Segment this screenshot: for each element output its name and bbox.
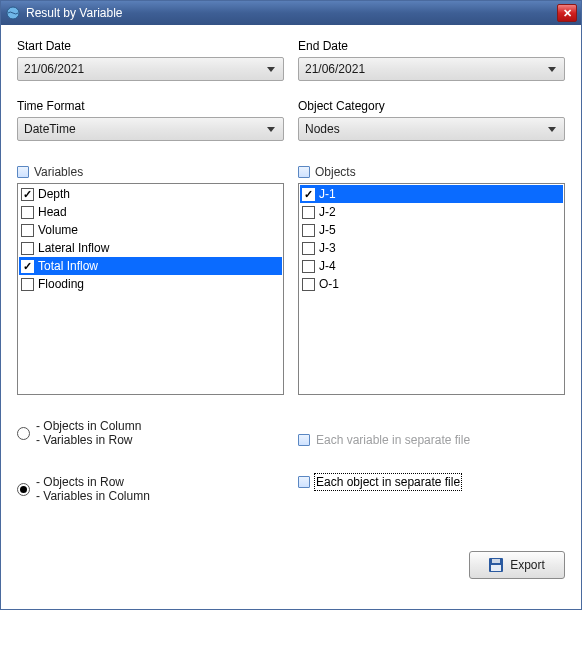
radio-icon[interactable]	[17, 483, 30, 496]
variable-item-label: Head	[38, 205, 67, 219]
radio-label: - Objects in Column- Variables in Row	[36, 419, 141, 447]
variable-item[interactable]: Total Inflow	[19, 257, 282, 275]
variable-item[interactable]: Depth	[19, 185, 282, 203]
export-button[interactable]: Export	[469, 551, 565, 579]
object-category-label: Object Category	[298, 99, 565, 113]
object-item-label: J-1	[319, 187, 336, 201]
object-item[interactable]: J-4	[300, 257, 563, 275]
start-date-combo[interactable]: 21/06/2021	[17, 57, 284, 81]
per-file-options: Each variable in separate file Each obje…	[298, 419, 565, 503]
save-icon	[489, 558, 503, 572]
radio-label: - Objects in Row- Variables in Column	[36, 475, 150, 503]
variable-item-label: Lateral Inflow	[38, 241, 109, 255]
checkbox-icon[interactable]	[302, 278, 315, 291]
titlebar: Result by Variable ✕	[1, 1, 581, 25]
object-category-combo[interactable]: Nodes	[298, 117, 565, 141]
objects-header: Objects	[298, 165, 565, 179]
checkbox-icon[interactable]	[302, 224, 315, 237]
start-date-value: 21/06/2021	[24, 62, 84, 76]
checkbox-icon[interactable]	[21, 278, 34, 291]
object-item-label: J-2	[319, 205, 336, 219]
objects-header-text: Objects	[315, 165, 356, 179]
each-variable-label: Each variable in separate file	[316, 433, 470, 447]
checkbox-icon[interactable]	[302, 242, 315, 255]
checkbox-icon[interactable]	[298, 476, 310, 488]
end-date-value: 21/06/2021	[305, 62, 365, 76]
checkbox-icon[interactable]	[21, 188, 34, 201]
object-item[interactable]: O-1	[300, 275, 563, 293]
start-date-label: Start Date	[17, 39, 284, 53]
object-item[interactable]: J-1	[300, 185, 563, 203]
variable-item-label: Total Inflow	[38, 259, 98, 273]
checkbox-icon[interactable]	[21, 242, 34, 255]
each-object-label: Each object in separate file	[316, 475, 460, 489]
app-icon	[5, 5, 21, 21]
object-item[interactable]: J-2	[300, 203, 563, 221]
checkbox-icon[interactable]	[302, 188, 315, 201]
checkbox-icon[interactable]	[302, 260, 315, 273]
checkbox-icon[interactable]	[302, 206, 315, 219]
variable-item[interactable]: Lateral Inflow	[19, 239, 282, 257]
dialog-window: Result by Variable ✕ Start Date 21/06/20…	[0, 0, 582, 610]
time-format-label: Time Format	[17, 99, 284, 113]
radio-objects-in-column[interactable]: - Objects in Column- Variables in Row	[17, 419, 284, 447]
time-format-combo[interactable]: DateTime	[17, 117, 284, 141]
each-variable-sep-file: Each variable in separate file	[298, 433, 565, 447]
radio-icon[interactable]	[17, 427, 30, 440]
variable-item-label: Flooding	[38, 277, 84, 291]
object-item[interactable]: J-5	[300, 221, 563, 239]
checkbox-icon[interactable]	[21, 206, 34, 219]
object-item-label: J-5	[319, 223, 336, 237]
end-date-label: End Date	[298, 39, 565, 53]
object-item[interactable]: J-3	[300, 239, 563, 257]
objects-listbox[interactable]: J-1J-2J-5J-3J-4O-1	[298, 183, 565, 395]
variable-item-label: Depth	[38, 187, 70, 201]
radio-objects-in-row[interactable]: - Objects in Row- Variables in Column	[17, 475, 284, 503]
variables-listbox[interactable]: DepthHeadVolumeLateral InflowTotal Inflo…	[17, 183, 284, 395]
variable-item[interactable]: Flooding	[19, 275, 282, 293]
close-button[interactable]: ✕	[557, 4, 577, 22]
checkbox-icon	[298, 434, 310, 446]
variable-item[interactable]: Head	[19, 203, 282, 221]
variables-header-text: Variables	[34, 165, 83, 179]
checkbox-icon[interactable]	[21, 224, 34, 237]
dialog-content: Start Date 21/06/2021 End Date 21/06/202…	[1, 25, 581, 609]
each-object-sep-file[interactable]: Each object in separate file	[298, 475, 565, 489]
checkbox-icon[interactable]	[21, 260, 34, 273]
layout-radio-group: - Objects in Column- Variables in Row - …	[17, 419, 284, 503]
export-button-label: Export	[510, 558, 545, 572]
box-icon	[17, 166, 29, 178]
window-title: Result by Variable	[26, 6, 557, 20]
variable-item-label: Volume	[38, 223, 78, 237]
end-date-combo[interactable]: 21/06/2021	[298, 57, 565, 81]
object-item-label: J-3	[319, 241, 336, 255]
box-icon	[298, 166, 310, 178]
object-item-label: J-4	[319, 259, 336, 273]
time-format-value: DateTime	[24, 122, 76, 136]
variable-item[interactable]: Volume	[19, 221, 282, 239]
object-item-label: O-1	[319, 277, 339, 291]
object-category-value: Nodes	[305, 122, 340, 136]
variables-header: Variables	[17, 165, 284, 179]
